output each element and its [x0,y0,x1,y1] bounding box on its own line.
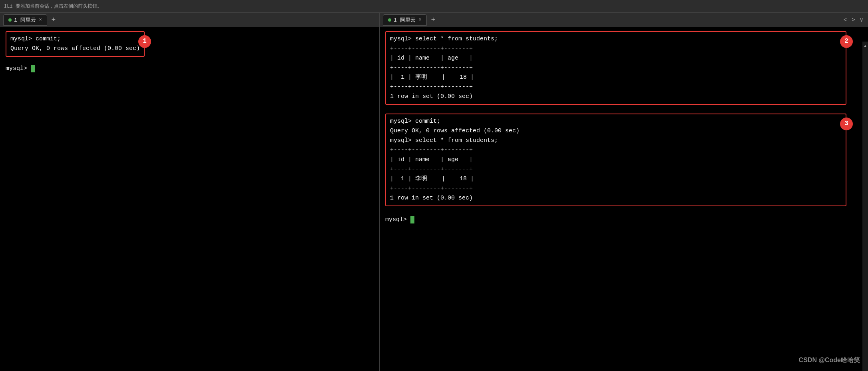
section1-line: +----+--------+-------+ [390,63,842,73]
left-terminal-line2: Query OK, 0 rows affected (0.00 sec) [10,44,140,54]
watermark: CSDN @Code哈哈笑 [799,355,860,365]
right-tab[interactable]: 1 阿里云 × [383,14,427,26]
section1-line: 1 row in set (0.00 sec) [390,92,842,102]
section2-line: +----+--------+-------+ [390,184,842,193]
left-highlight-box: mysql> commit; Query OK, 0 rows affected… [6,31,145,57]
left-tab-close[interactable]: × [39,17,42,23]
section1-line: | 1 | 李明 | 18 | [390,73,842,82]
top-bar: IL± 要添加当前会话，点击左侧的前头按钮。 [0,0,868,13]
nav-back-btn[interactable]: < [842,16,848,24]
section2-line: 1 row in set (0.00 sec) [390,193,842,203]
right-prompt: mysql> [385,215,862,225]
scrollbar[interactable]: ▲ [862,42,868,371]
section1-line: mysql> select * from students; [390,34,842,44]
left-terminal-line1: mysql> commit; [10,34,140,44]
left-terminal: mysql> commit; Query OK, 0 rows affected… [0,27,379,371]
scroll-up-arrow[interactable]: ▲ [864,43,866,50]
right-section1-wrapper: mysql> select * from students;+----+----… [385,31,854,106]
section2-line: +----+--------+-------+ [390,165,842,174]
right-tab-bar: 1 阿里云 × + < > ∨ [380,13,868,27]
right-tab-dot [388,18,391,22]
right-badge2: 2 [840,35,853,48]
right-section2-content: mysql> commit;Query OK, 0 rows affected … [390,117,842,203]
section2-line: Query OK, 0 rows affected (0.00 sec) [390,126,842,136]
section1-line: +----+--------+-------+ [390,44,842,54]
section1-line: | id | name | age | [390,54,842,63]
left-panel: 1 阿里云 × + mysql> commit; Query OK, 0 row… [0,13,380,371]
right-cursor [410,216,414,223]
right-tab-label: 1 阿里云 [394,16,416,24]
section2-line: mysql> select * from students; [390,136,842,146]
right-terminal: ▲ mysql> select * from students;+----+--… [380,27,868,371]
section2-line: mysql> commit; [390,117,842,126]
section2-line: +----+--------+-------+ [390,146,842,155]
right-tab-close[interactable]: × [419,17,422,23]
section1-line: +----+--------+-------+ [390,82,842,92]
section2-line: | id | name | age | [390,155,842,165]
top-bar-text: IL± 要添加当前会话，点击左侧的前头按钮。 [4,3,102,10]
left-prompt-text: mysql> [6,64,31,74]
left-tab-label: 1 阿里云 [14,16,36,24]
right-section2-box: mysql> commit;Query OK, 0 rows affected … [385,114,846,206]
right-section1-content: mysql> select * from students;+----+----… [390,34,842,102]
nav-dropdown-btn[interactable]: ∨ [858,16,865,24]
right-panel: 1 阿里云 × + < > ∨ ▲ mysql> select * from s… [380,13,868,371]
right-badge3: 3 [840,118,853,130]
left-prompt: mysql> [6,64,374,74]
left-tab-add[interactable]: + [49,15,58,25]
left-cursor [31,65,35,72]
section2-line: | 1 | 李明 | 18 | [390,174,842,184]
left-tab-dot [8,18,12,22]
left-tab-bar: 1 阿里云 × + [0,13,379,27]
nav-forward-btn[interactable]: > [850,16,856,24]
left-badge: 1 [138,35,151,48]
left-tab[interactable]: 1 阿里云 × [3,14,47,26]
right-section2-wrapper: mysql> commit;Query OK, 0 rows affected … [385,114,854,207]
right-tab-add[interactable]: + [428,15,438,25]
right-tab-nav: < > ∨ [842,16,865,24]
right-section1-box: mysql> select * from students;+----+----… [385,31,846,105]
right-prompt-text: mysql> [385,215,410,225]
